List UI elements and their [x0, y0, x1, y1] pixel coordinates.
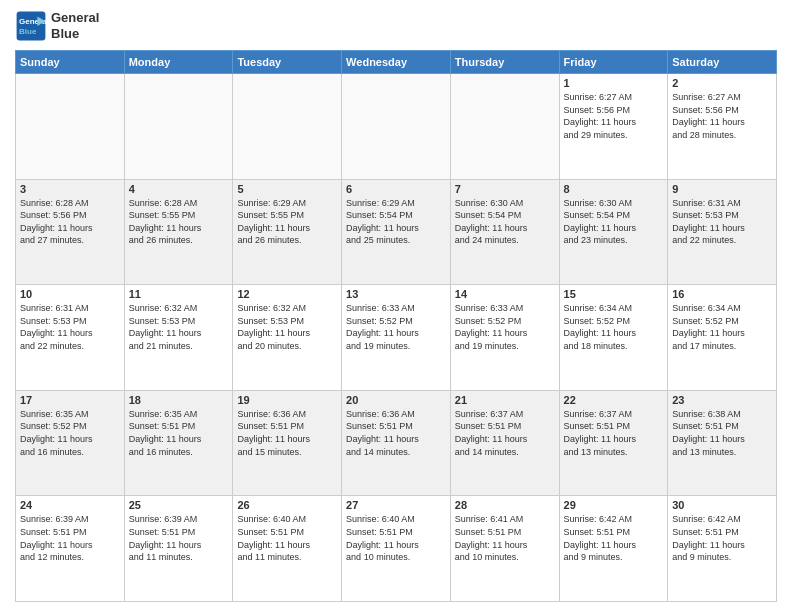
- calendar-cell: 27Sunrise: 6:40 AM Sunset: 5:51 PM Dayli…: [342, 496, 451, 602]
- day-info: Sunrise: 6:42 AM Sunset: 5:51 PM Dayligh…: [564, 513, 664, 563]
- calendar-cell: 2Sunrise: 6:27 AM Sunset: 5:56 PM Daylig…: [668, 74, 777, 180]
- calendar-cell: 20Sunrise: 6:36 AM Sunset: 5:51 PM Dayli…: [342, 390, 451, 496]
- day-number: 17: [20, 394, 120, 406]
- calendar-week-2: 3Sunrise: 6:28 AM Sunset: 5:56 PM Daylig…: [16, 179, 777, 285]
- day-number: 6: [346, 183, 446, 195]
- day-number: 5: [237, 183, 337, 195]
- day-info: Sunrise: 6:28 AM Sunset: 5:56 PM Dayligh…: [20, 197, 120, 247]
- day-number: 4: [129, 183, 229, 195]
- calendar-cell: [16, 74, 125, 180]
- logo-text-line1: General: [51, 10, 99, 26]
- calendar-week-1: 1Sunrise: 6:27 AM Sunset: 5:56 PM Daylig…: [16, 74, 777, 180]
- weekday-header-sunday: Sunday: [16, 51, 125, 74]
- day-number: 2: [672, 77, 772, 89]
- day-info: Sunrise: 6:34 AM Sunset: 5:52 PM Dayligh…: [672, 302, 772, 352]
- day-info: Sunrise: 6:32 AM Sunset: 5:53 PM Dayligh…: [129, 302, 229, 352]
- logo-text-line2: Blue: [51, 26, 99, 42]
- day-number: 19: [237, 394, 337, 406]
- calendar-cell: [233, 74, 342, 180]
- calendar-cell: 29Sunrise: 6:42 AM Sunset: 5:51 PM Dayli…: [559, 496, 668, 602]
- calendar-week-4: 17Sunrise: 6:35 AM Sunset: 5:52 PM Dayli…: [16, 390, 777, 496]
- calendar-table: SundayMondayTuesdayWednesdayThursdayFrid…: [15, 50, 777, 602]
- calendar-cell: 1Sunrise: 6:27 AM Sunset: 5:56 PM Daylig…: [559, 74, 668, 180]
- calendar-cell: 18Sunrise: 6:35 AM Sunset: 5:51 PM Dayli…: [124, 390, 233, 496]
- day-number: 30: [672, 499, 772, 511]
- day-number: 16: [672, 288, 772, 300]
- weekday-header-saturday: Saturday: [668, 51, 777, 74]
- day-info: Sunrise: 6:37 AM Sunset: 5:51 PM Dayligh…: [455, 408, 555, 458]
- day-number: 7: [455, 183, 555, 195]
- calendar-body: 1Sunrise: 6:27 AM Sunset: 5:56 PM Daylig…: [16, 74, 777, 602]
- calendar-cell: 14Sunrise: 6:33 AM Sunset: 5:52 PM Dayli…: [450, 285, 559, 391]
- day-info: Sunrise: 6:37 AM Sunset: 5:51 PM Dayligh…: [564, 408, 664, 458]
- calendar-cell: [342, 74, 451, 180]
- day-info: Sunrise: 6:41 AM Sunset: 5:51 PM Dayligh…: [455, 513, 555, 563]
- calendar-cell: 28Sunrise: 6:41 AM Sunset: 5:51 PM Dayli…: [450, 496, 559, 602]
- day-info: Sunrise: 6:27 AM Sunset: 5:56 PM Dayligh…: [672, 91, 772, 141]
- calendar-week-5: 24Sunrise: 6:39 AM Sunset: 5:51 PM Dayli…: [16, 496, 777, 602]
- calendar-cell: 19Sunrise: 6:36 AM Sunset: 5:51 PM Dayli…: [233, 390, 342, 496]
- day-number: 11: [129, 288, 229, 300]
- day-info: Sunrise: 6:27 AM Sunset: 5:56 PM Dayligh…: [564, 91, 664, 141]
- day-number: 29: [564, 499, 664, 511]
- logo-icon: General Blue: [15, 10, 47, 42]
- day-info: Sunrise: 6:28 AM Sunset: 5:55 PM Dayligh…: [129, 197, 229, 247]
- calendar-cell: 5Sunrise: 6:29 AM Sunset: 5:55 PM Daylig…: [233, 179, 342, 285]
- day-number: 26: [237, 499, 337, 511]
- day-info: Sunrise: 6:36 AM Sunset: 5:51 PM Dayligh…: [237, 408, 337, 458]
- day-info: Sunrise: 6:36 AM Sunset: 5:51 PM Dayligh…: [346, 408, 446, 458]
- calendar-cell: [124, 74, 233, 180]
- calendar-cell: [450, 74, 559, 180]
- calendar-cell: 30Sunrise: 6:42 AM Sunset: 5:51 PM Dayli…: [668, 496, 777, 602]
- calendar-cell: 21Sunrise: 6:37 AM Sunset: 5:51 PM Dayli…: [450, 390, 559, 496]
- day-info: Sunrise: 6:31 AM Sunset: 5:53 PM Dayligh…: [672, 197, 772, 247]
- day-info: Sunrise: 6:33 AM Sunset: 5:52 PM Dayligh…: [346, 302, 446, 352]
- calendar-cell: 9Sunrise: 6:31 AM Sunset: 5:53 PM Daylig…: [668, 179, 777, 285]
- day-number: 22: [564, 394, 664, 406]
- day-number: 23: [672, 394, 772, 406]
- day-info: Sunrise: 6:34 AM Sunset: 5:52 PM Dayligh…: [564, 302, 664, 352]
- calendar-cell: 22Sunrise: 6:37 AM Sunset: 5:51 PM Dayli…: [559, 390, 668, 496]
- day-number: 28: [455, 499, 555, 511]
- day-number: 9: [672, 183, 772, 195]
- weekday-header-row: SundayMondayTuesdayWednesdayThursdayFrid…: [16, 51, 777, 74]
- day-info: Sunrise: 6:29 AM Sunset: 5:54 PM Dayligh…: [346, 197, 446, 247]
- calendar-week-3: 10Sunrise: 6:31 AM Sunset: 5:53 PM Dayli…: [16, 285, 777, 391]
- day-number: 3: [20, 183, 120, 195]
- day-number: 24: [20, 499, 120, 511]
- day-info: Sunrise: 6:31 AM Sunset: 5:53 PM Dayligh…: [20, 302, 120, 352]
- calendar-cell: 13Sunrise: 6:33 AM Sunset: 5:52 PM Dayli…: [342, 285, 451, 391]
- day-number: 12: [237, 288, 337, 300]
- calendar-cell: 11Sunrise: 6:32 AM Sunset: 5:53 PM Dayli…: [124, 285, 233, 391]
- calendar-cell: 10Sunrise: 6:31 AM Sunset: 5:53 PM Dayli…: [16, 285, 125, 391]
- calendar-cell: 6Sunrise: 6:29 AM Sunset: 5:54 PM Daylig…: [342, 179, 451, 285]
- weekday-header-tuesday: Tuesday: [233, 51, 342, 74]
- day-info: Sunrise: 6:38 AM Sunset: 5:51 PM Dayligh…: [672, 408, 772, 458]
- day-number: 15: [564, 288, 664, 300]
- day-number: 1: [564, 77, 664, 89]
- weekday-header-monday: Monday: [124, 51, 233, 74]
- day-number: 20: [346, 394, 446, 406]
- day-info: Sunrise: 6:40 AM Sunset: 5:51 PM Dayligh…: [346, 513, 446, 563]
- day-info: Sunrise: 6:42 AM Sunset: 5:51 PM Dayligh…: [672, 513, 772, 563]
- day-number: 10: [20, 288, 120, 300]
- weekday-header-thursday: Thursday: [450, 51, 559, 74]
- calendar-cell: 15Sunrise: 6:34 AM Sunset: 5:52 PM Dayli…: [559, 285, 668, 391]
- day-number: 13: [346, 288, 446, 300]
- day-number: 18: [129, 394, 229, 406]
- day-info: Sunrise: 6:33 AM Sunset: 5:52 PM Dayligh…: [455, 302, 555, 352]
- day-number: 25: [129, 499, 229, 511]
- day-number: 27: [346, 499, 446, 511]
- day-info: Sunrise: 6:35 AM Sunset: 5:51 PM Dayligh…: [129, 408, 229, 458]
- day-info: Sunrise: 6:30 AM Sunset: 5:54 PM Dayligh…: [564, 197, 664, 247]
- weekday-header-friday: Friday: [559, 51, 668, 74]
- day-info: Sunrise: 6:32 AM Sunset: 5:53 PM Dayligh…: [237, 302, 337, 352]
- calendar-cell: 12Sunrise: 6:32 AM Sunset: 5:53 PM Dayli…: [233, 285, 342, 391]
- calendar-cell: 16Sunrise: 6:34 AM Sunset: 5:52 PM Dayli…: [668, 285, 777, 391]
- day-info: Sunrise: 6:39 AM Sunset: 5:51 PM Dayligh…: [20, 513, 120, 563]
- calendar-header: SundayMondayTuesdayWednesdayThursdayFrid…: [16, 51, 777, 74]
- svg-text:Blue: Blue: [19, 27, 37, 36]
- calendar-cell: 23Sunrise: 6:38 AM Sunset: 5:51 PM Dayli…: [668, 390, 777, 496]
- day-info: Sunrise: 6:39 AM Sunset: 5:51 PM Dayligh…: [129, 513, 229, 563]
- calendar-cell: 3Sunrise: 6:28 AM Sunset: 5:56 PM Daylig…: [16, 179, 125, 285]
